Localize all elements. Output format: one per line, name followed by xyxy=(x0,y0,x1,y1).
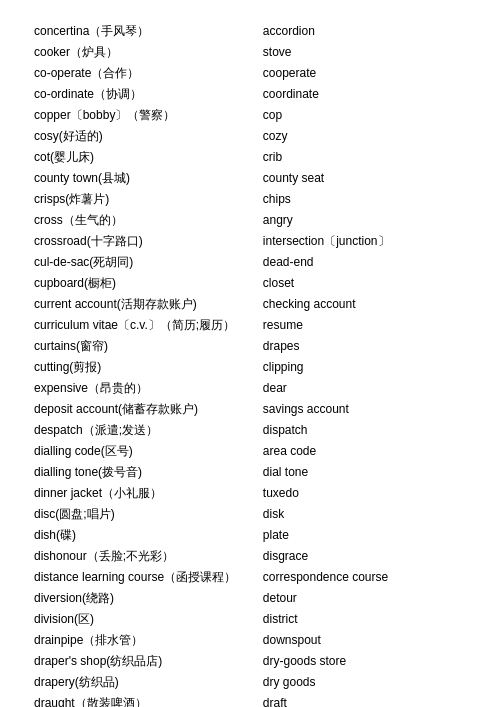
american-term: resume xyxy=(259,314,470,335)
table-row: disc(圆盘;唱片)disk xyxy=(30,503,470,524)
british-term: drapery(纺织品) xyxy=(30,671,259,692)
table-row: dialling tone(拨号音)dial tone xyxy=(30,461,470,482)
american-term: savings account xyxy=(259,398,470,419)
american-term: dry-goods store xyxy=(259,650,470,671)
table-row: cul-de-sac(死胡同)dead-end xyxy=(30,251,470,272)
american-term: correspondence course xyxy=(259,566,470,587)
table-row: drainpipe（排水管）downspout xyxy=(30,629,470,650)
british-term: cupboard(橱柜) xyxy=(30,272,259,293)
table-row: concertina（手风琴）accordion xyxy=(30,20,470,41)
american-term: crib xyxy=(259,146,470,167)
american-term: tuxedo xyxy=(259,482,470,503)
american-term: dead-end xyxy=(259,251,470,272)
british-term: concertina（手风琴） xyxy=(30,20,259,41)
british-term: dishonour（丢脸;不光彩） xyxy=(30,545,259,566)
table-row: cutting(剪报)clipping xyxy=(30,356,470,377)
table-row: co-ordinate（协调）coordinate xyxy=(30,83,470,104)
table-row: crossroad(十字路口)intersection〔junction〕 xyxy=(30,230,470,251)
american-term: draft xyxy=(259,692,470,707)
british-term: county town(县城) xyxy=(30,167,259,188)
table-row: dishonour（丢脸;不光彩）disgrace xyxy=(30,545,470,566)
british-term: crossroad(十字路口) xyxy=(30,230,259,251)
american-term: angry xyxy=(259,209,470,230)
american-term: stove xyxy=(259,41,470,62)
table-row: draught（散装啤酒）draft xyxy=(30,692,470,707)
american-term: cooperate xyxy=(259,62,470,83)
american-term: dispatch xyxy=(259,419,470,440)
table-row: division(区)district xyxy=(30,608,470,629)
table-row: diversion(绕路)detour xyxy=(30,587,470,608)
british-term: draper's shop(纺织品店) xyxy=(30,650,259,671)
table-row: cooker（炉具）stove xyxy=(30,41,470,62)
american-term: disk xyxy=(259,503,470,524)
american-term: plate xyxy=(259,524,470,545)
british-term: drainpipe（排水管） xyxy=(30,629,259,650)
british-term: deposit account(储蓄存款账户) xyxy=(30,398,259,419)
table-row: expensive（昂贵的）dear xyxy=(30,377,470,398)
american-term: cozy xyxy=(259,125,470,146)
american-term: clipping xyxy=(259,356,470,377)
british-term: distance learning course（函授课程） xyxy=(30,566,259,587)
british-term: copper〔bobby〕（警察） xyxy=(30,104,259,125)
british-term: division(区) xyxy=(30,608,259,629)
table-row: draper's shop(纺织品店)dry-goods store xyxy=(30,650,470,671)
british-term: curtains(窗帘) xyxy=(30,335,259,356)
table-row: dinner jacket（小礼服）tuxedo xyxy=(30,482,470,503)
table-row: deposit account(储蓄存款账户)savings account xyxy=(30,398,470,419)
table-row: cosy(好适的)cozy xyxy=(30,125,470,146)
british-term: cul-de-sac(死胡同) xyxy=(30,251,259,272)
table-row: distance learning course（函授课程）correspond… xyxy=(30,566,470,587)
table-row: despatch（派遣;发送）dispatch xyxy=(30,419,470,440)
british-term: cutting(剪报) xyxy=(30,356,259,377)
american-term: district xyxy=(259,608,470,629)
table-row: current account(活期存款账户)checking account xyxy=(30,293,470,314)
table-row: curtains(窗帘)drapes xyxy=(30,335,470,356)
american-term: intersection〔junction〕 xyxy=(259,230,470,251)
american-term: chips xyxy=(259,188,470,209)
table-row: cupboard(橱柜)closet xyxy=(30,272,470,293)
british-term: dialling tone(拨号音) xyxy=(30,461,259,482)
table-row: cot(婴儿床)crib xyxy=(30,146,470,167)
american-term: dry goods xyxy=(259,671,470,692)
american-term: coordinate xyxy=(259,83,470,104)
british-term: despatch（派遣;发送） xyxy=(30,419,259,440)
american-term: downspout xyxy=(259,629,470,650)
american-term: area code xyxy=(259,440,470,461)
table-row: dish(碟)plate xyxy=(30,524,470,545)
table-row: county town(县城)county seat xyxy=(30,167,470,188)
british-term: diversion(绕路) xyxy=(30,587,259,608)
american-term: accordion xyxy=(259,20,470,41)
american-term: disgrace xyxy=(259,545,470,566)
british-term: cross（生气的） xyxy=(30,209,259,230)
vocabulary-table: concertina（手风琴）accordioncooker（炉具）stovec… xyxy=(30,20,470,707)
american-term: checking account xyxy=(259,293,470,314)
table-row: co-operate（合作）cooperate xyxy=(30,62,470,83)
british-term: disc(圆盘;唱片) xyxy=(30,503,259,524)
table-row: crisps(炸薯片)chips xyxy=(30,188,470,209)
table-row: curriculum vitae〔c.v.〕（简历;履历）resume xyxy=(30,314,470,335)
american-term: detour xyxy=(259,587,470,608)
american-term: cop xyxy=(259,104,470,125)
british-term: dialling code(区号) xyxy=(30,440,259,461)
american-term: dear xyxy=(259,377,470,398)
british-term: cosy(好适的) xyxy=(30,125,259,146)
british-term: curriculum vitae〔c.v.〕（简历;履历） xyxy=(30,314,259,335)
table-row: dialling code(区号)area code xyxy=(30,440,470,461)
british-term: expensive（昂贵的） xyxy=(30,377,259,398)
table-row: cross（生气的）angry xyxy=(30,209,470,230)
american-term: dial tone xyxy=(259,461,470,482)
british-term: co-ordinate（协调） xyxy=(30,83,259,104)
british-term: crisps(炸薯片) xyxy=(30,188,259,209)
american-term: drapes xyxy=(259,335,470,356)
american-term: county seat xyxy=(259,167,470,188)
british-term: dinner jacket（小礼服） xyxy=(30,482,259,503)
british-term: cot(婴儿床) xyxy=(30,146,259,167)
british-term: current account(活期存款账户) xyxy=(30,293,259,314)
british-term: dish(碟) xyxy=(30,524,259,545)
american-term: closet xyxy=(259,272,470,293)
british-term: co-operate（合作） xyxy=(30,62,259,83)
british-term: draught（散装啤酒） xyxy=(30,692,259,707)
british-term: cooker（炉具） xyxy=(30,41,259,62)
table-row: drapery(纺织品)dry goods xyxy=(30,671,470,692)
table-row: copper〔bobby〕（警察）cop xyxy=(30,104,470,125)
